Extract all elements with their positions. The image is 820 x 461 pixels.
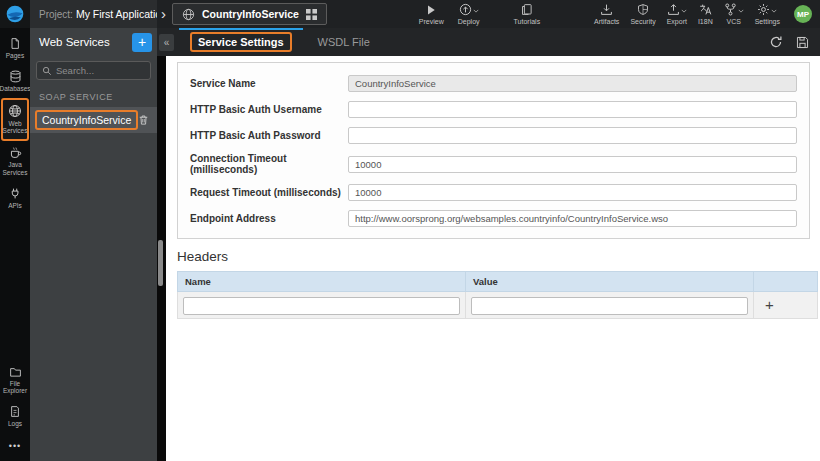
grid-icon[interactable]: [306, 9, 317, 20]
scrollbar-track[interactable]: [157, 56, 166, 461]
settings-label: Settings: [755, 18, 780, 25]
security-shield-icon: [637, 3, 649, 16]
project-label: Project:: [39, 9, 73, 20]
sidebar-label: Databases: [0, 85, 31, 93]
sidebar-item-logs[interactable]: Logs: [0, 400, 30, 433]
user-avatar[interactable]: MP: [794, 5, 812, 23]
export-button[interactable]: Export: [667, 3, 687, 25]
form-row-auth-password: HTTP Basic Auth Password: [190, 127, 797, 144]
soap-service-section-label: SOAP SERVICE: [30, 83, 157, 107]
security-button[interactable]: Security: [630, 3, 655, 25]
search-icon: [42, 66, 52, 76]
vcs-label: VCS: [727, 18, 741, 25]
header-col-name: Name: [178, 272, 466, 292]
sidebar-label: Java Services: [0, 161, 30, 177]
web-services-panel: Web Services + SOAP SERVICE CountryInfoS…: [30, 28, 157, 461]
chevron-down-icon: [473, 9, 479, 13]
tutorials-button[interactable]: Tutorials: [514, 3, 541, 25]
preview-label: Preview: [419, 18, 444, 25]
trash-icon[interactable]: [138, 114, 149, 126]
project-name[interactable]: My First Application: [76, 8, 157, 20]
add-header-row-button[interactable]: +: [759, 296, 774, 313]
header-name-input[interactable]: [183, 297, 460, 315]
wavemaker-logo-icon: [5, 4, 25, 24]
endpoint-address-input[interactable]: [348, 210, 797, 227]
sidebar-item-file-explorer[interactable]: File Explorer: [0, 361, 30, 401]
coffee-cup-icon: [9, 146, 22, 159]
gear-icon: [757, 3, 770, 16]
i18n-language-icon: [699, 3, 712, 16]
artifacts-label: Artifacts: [594, 18, 619, 25]
form-row-endpoint-address: Endpoint Address: [190, 210, 797, 227]
panel-title: Web Services: [39, 36, 110, 48]
add-service-button[interactable]: +: [132, 33, 152, 52]
log-file-icon: [9, 405, 21, 418]
service-name-input: [348, 75, 797, 92]
form-row-service-name: Service Name: [190, 75, 797, 92]
project-breadcrumb: Project: My First Application: [30, 0, 157, 28]
auth-username-input[interactable]: [348, 101, 797, 118]
sidebar-label: Pages: [6, 52, 24, 60]
auth-password-input[interactable]: [348, 127, 797, 144]
form-row-auth-username: HTTP Basic Auth Username: [190, 101, 797, 118]
settings-button[interactable]: Settings: [755, 3, 780, 25]
header-col-value: Value: [466, 272, 754, 292]
chevron-down-icon: [771, 9, 777, 13]
service-search[interactable]: [36, 61, 151, 80]
sidebar-more-button[interactable]: •••: [0, 433, 30, 461]
form-row-request-timeout: Request Timeout (milliseconds): [190, 184, 797, 201]
i18n-button[interactable]: I18N: [698, 3, 713, 25]
sidebar-item-java-services[interactable]: Java Services: [0, 141, 30, 182]
wavemaker-logo[interactable]: [0, 0, 30, 28]
sidebar-label: APIs: [8, 202, 22, 210]
sidebar-item-pages[interactable]: Pages: [0, 32, 30, 65]
preview-button[interactable]: Preview: [419, 4, 444, 25]
artifacts-download-icon: [600, 3, 613, 16]
sidebar-item-web-services[interactable]: Web Services: [1, 98, 29, 142]
sidebar-item-databases[interactable]: Databases: [0, 65, 30, 98]
header-value-input[interactable]: [471, 297, 748, 315]
folder-icon: [9, 366, 22, 378]
scrollbar-thumb[interactable]: [158, 240, 163, 286]
tab-service-settings[interactable]: Service Settings: [177, 28, 305, 56]
deploy-button[interactable]: Deploy: [458, 3, 480, 25]
sidebar-label: Logs: [8, 420, 22, 428]
app-window: Project: My First Application › CountryI…: [0, 0, 820, 461]
left-icon-sidebar: Pages Databases Web Serv: [0, 28, 30, 461]
headers-table-header-row: Name Value: [178, 272, 818, 292]
service-item-name[interactable]: CountryInfoService: [35, 110, 138, 130]
content-area: Service Name HTTP Basic Auth Username HT…: [157, 56, 820, 461]
headers-section-title: Headers: [177, 249, 818, 264]
service-list-item[interactable]: CountryInfoService: [30, 107, 157, 133]
headers-table-row: +: [178, 292, 818, 319]
security-label: Security: [630, 18, 655, 25]
artifacts-button[interactable]: Artifacts: [594, 3, 619, 25]
save-icon[interactable]: [796, 36, 809, 49]
form-row-connection-timeout: Connection Timeout (milliseconds): [190, 153, 797, 175]
request-timeout-label: Request Timeout (milliseconds): [190, 187, 348, 198]
globe-icon: [8, 104, 22, 118]
request-timeout-input[interactable]: [348, 184, 797, 201]
service-settings-form: Service Name HTTP Basic Auth Username HT…: [177, 62, 810, 239]
globe-icon: [182, 8, 195, 21]
collapse-panel-button[interactable]: «: [159, 34, 174, 51]
page-icon: [9, 37, 21, 50]
chevron-down-icon: [681, 9, 687, 13]
tab-service-settings-label: Service Settings: [190, 32, 292, 52]
deploy-cloud-icon: [459, 3, 472, 16]
chevron-down-icon: [738, 9, 744, 13]
panel-header: Web Services +: [30, 28, 157, 56]
tutorials-label: Tutorials: [514, 18, 541, 25]
vcs-branch-icon: [724, 3, 737, 16]
tab-wsdl-file[interactable]: WSDL File: [305, 28, 383, 56]
open-service-tab[interactable]: CountryInfoService: [172, 3, 327, 25]
search-input[interactable]: [56, 65, 145, 76]
vcs-button[interactable]: VCS: [724, 3, 744, 25]
service-tab-label: CountryInfoService: [202, 8, 299, 20]
connection-timeout-input[interactable]: [348, 156, 797, 173]
sidebar-item-apis[interactable]: APIs: [0, 182, 30, 215]
settings-page: Service Name HTTP Basic Auth Username HT…: [166, 56, 820, 461]
refresh-icon[interactable]: [769, 35, 783, 49]
header-col-actions: [754, 272, 818, 292]
auth-password-label: HTTP Basic Auth Password: [190, 130, 348, 141]
